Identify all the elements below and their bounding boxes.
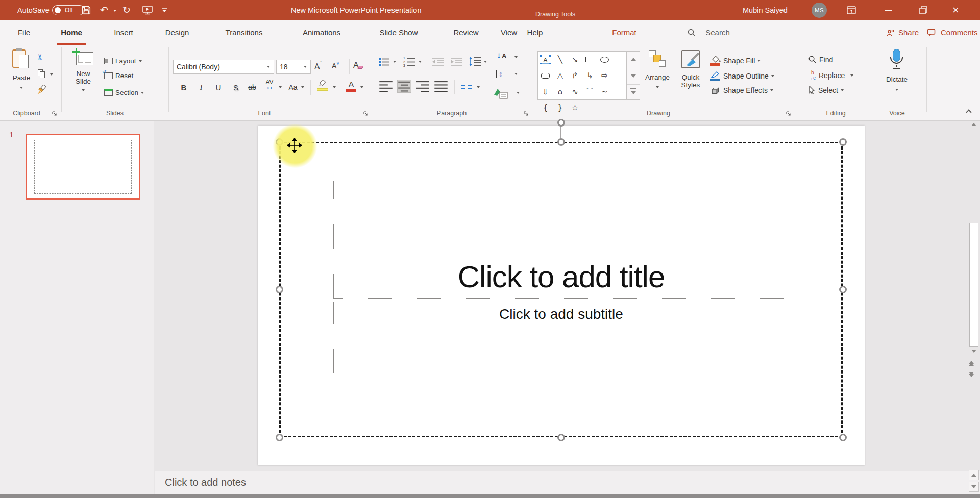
notes-pane[interactable]: Click to add notes [155,471,980,494]
resize-handle-bottom-left[interactable] [276,434,283,441]
new-slide-button[interactable]: New Slide [66,48,100,94]
shape-down-arrow[interactable]: ⇩ [538,84,553,100]
text-direction-dropdown-icon[interactable] [514,56,518,58]
rotation-handle[interactable] [557,119,565,127]
bullets-dropdown-icon[interactable] [393,61,396,63]
tab-home[interactable]: Home [61,20,82,45]
undo-icon[interactable]: ↶ [100,4,108,15]
line-spacing-icon[interactable] [469,56,482,67]
shape-arc[interactable]: ~ [597,84,612,100]
columns-dropdown-icon[interactable] [477,86,480,88]
shape-rounded-rectangle[interactable] [538,68,553,84]
find-button[interactable]: Find [808,55,833,64]
clipboard-dialog-launcher-icon[interactable] [52,111,57,116]
customize-quick-access-icon[interactable] [160,7,168,14]
font-family-select[interactable]: Calibri (Body) [173,60,274,74]
copy-icon[interactable] [38,69,46,79]
tab-format[interactable]: Format [612,20,636,45]
undo-dropdown-icon[interactable] [113,10,116,12]
clear-formatting-button[interactable]: A [353,61,359,70]
resize-handle-bottom-center[interactable] [557,434,565,441]
tab-transitions[interactable]: Transitions [226,20,263,45]
smartart-dropdown-icon[interactable] [517,92,520,94]
shape-scribble[interactable]: ∿ [568,84,582,100]
character-spacing-button[interactable]: AV↔ [262,79,277,92]
scrollbar-thumb[interactable] [969,223,978,347]
previous-slide-button[interactable] [969,361,979,366]
notes-scroll-down-button[interactable] [969,482,979,492]
bold-button[interactable]: B [177,81,191,94]
redo-icon[interactable]: ↻ [122,4,131,15]
quick-styles-button[interactable]: Quick Styles [675,50,706,89]
slide-thumbnail[interactable] [26,134,140,200]
justify-button[interactable] [434,80,448,93]
save-icon[interactable] [81,5,92,16]
shape-textbox[interactable]: A [538,52,553,68]
tab-file[interactable]: File [18,20,30,45]
highlight-color-button[interactable] [316,80,330,93]
shape-line[interactable]: ╲ [553,52,568,68]
arrange-button[interactable]: Arrange [643,50,672,90]
increase-indent-icon[interactable] [450,57,462,66]
autosave-toggle[interactable]: Off [52,5,85,15]
minimize-button[interactable] [885,10,892,11]
copy-dropdown-icon[interactable] [50,73,53,76]
comments-button[interactable]: Comments [941,20,978,45]
gallery-scroll-up-icon[interactable] [631,58,636,61]
tab-slide-show[interactable]: Slide Show [379,20,418,45]
shape-arrow[interactable]: ↘ [568,52,582,68]
share-icon[interactable] [886,28,895,37]
resize-handle-middle-right[interactable] [839,286,847,293]
highlight-dropdown-icon[interactable] [333,86,336,88]
center-button[interactable] [397,80,411,93]
close-button[interactable]: × [952,3,959,17]
resize-handle-bottom-right[interactable] [839,434,847,441]
strikethrough-button[interactable]: ab [245,81,259,94]
resize-handle-middle-left[interactable] [276,286,283,293]
tab-view[interactable]: View [501,20,517,45]
convert-to-smartart-icon[interactable] [493,88,508,99]
align-right-button[interactable] [415,80,430,93]
text-shadow-button[interactable]: S [229,81,243,94]
font-size-select[interactable]: 18 [276,60,311,74]
replace-button[interactable]: b →c Replace [808,70,853,81]
tab-design[interactable]: Design [165,20,189,45]
numbering-dropdown-icon[interactable] [419,61,422,63]
collapse-ribbon-icon[interactable] [966,109,971,115]
layout-button[interactable]: Layout [104,57,142,65]
font-dialog-launcher-icon[interactable] [363,111,369,116]
next-slide-button[interactable] [969,372,979,377]
selection-rectangle[interactable] [279,142,843,437]
scroll-down-button[interactable] [969,350,979,353]
dictate-button[interactable]: Dictate [874,49,920,92]
shape-elbow-arrow-connector[interactable]: ↳ [582,68,597,84]
comments-icon[interactable] [927,29,936,37]
gallery-more-icon[interactable] [630,88,636,89]
restore-button[interactable] [919,6,928,15]
resize-handle-top-right[interactable] [839,138,847,146]
decrease-indent-icon[interactable] [432,57,444,66]
shape-outline-button[interactable]: Shape Outline [710,70,774,82]
gallery-scroll-down-icon[interactable] [631,74,636,78]
shape-freeform[interactable]: ⌂ [553,84,568,100]
drawing-dialog-launcher-icon[interactable] [786,111,791,116]
format-painter-icon[interactable] [36,85,47,96]
shape-triangle[interactable]: △ [553,68,568,84]
start-slideshow-icon[interactable] [142,5,153,15]
align-text-button[interactable]: ↕ [496,70,505,78]
user-name[interactable]: Mubin Saiyed [743,0,788,20]
scroll-up-button[interactable] [969,123,979,126]
shape-curve[interactable]: ⌒ [582,84,597,100]
font-color-dropdown-icon[interactable] [360,86,363,88]
select-button[interactable]: Select [808,86,844,95]
avatar[interactable]: MS [812,3,827,18]
line-spacing-dropdown-icon[interactable] [484,61,487,63]
align-left-button[interactable] [379,80,393,93]
paragraph-dialog-launcher-icon[interactable] [524,111,529,116]
notes-scroll-up-button[interactable] [969,470,979,480]
font-color-button[interactable]: A [345,80,357,93]
italic-button[interactable]: I [194,81,208,94]
text-direction-button[interactable]: ↓A [496,52,506,60]
cut-icon[interactable]: ✂ [35,54,45,60]
change-case-dropdown-icon[interactable] [301,86,304,88]
